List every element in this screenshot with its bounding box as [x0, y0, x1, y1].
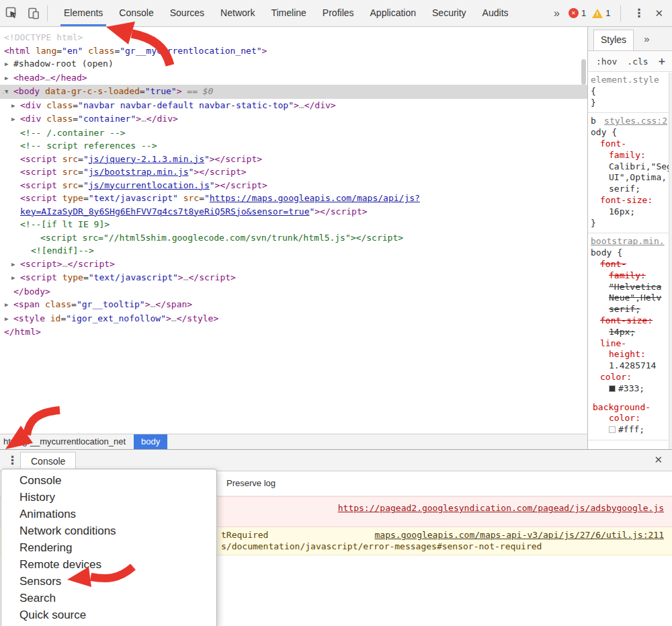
style-line[interactable]: color: — [588, 372, 672, 383]
style-line[interactable]: color: — [588, 413, 672, 424]
warning-badge[interactable]: ! 1 — [592, 8, 610, 18]
menu-item-console[interactable]: Console — [1, 472, 216, 489]
menu-item-rendering[interactable]: Rendering — [1, 539, 216, 556]
dom-node[interactable]: <![endif]--> — [0, 244, 587, 258]
collapsed-arrow-icon[interactable]: ▶ — [11, 258, 20, 272]
style-line[interactable]: font- — [588, 259, 672, 270]
style-line[interactable]: serif; — [588, 304, 672, 315]
collapsed-arrow-icon[interactable]: ▶ — [11, 100, 20, 113]
new-style-rule-button[interactable]: + — [659, 54, 665, 68]
style-line[interactable]: family: — [588, 150, 672, 161]
kebab-menu-icon[interactable]: ⋮ — [631, 6, 646, 20]
style-line[interactable]: bootstrap.min. — [588, 236, 672, 247]
style-line[interactable]: #333; — [588, 383, 672, 395]
style-line[interactable]: height: — [588, 349, 672, 360]
drawer-close-icon[interactable]: ✕ — [654, 454, 663, 466]
dom-node[interactable]: </body> — [0, 285, 587, 299]
collapsed-arrow-icon[interactable]: ▶ — [5, 299, 13, 312]
dom-node[interactable]: <script src="js/mycurrentlocation.js"></… — [0, 179, 587, 192]
style-line[interactable]: { — [588, 86, 672, 97]
styles-more-tabs-icon[interactable]: » — [644, 33, 649, 50]
dom-node[interactable]: ▶<div class="container">…</div> — [0, 112, 587, 126]
dom-node-selected[interactable]: ··▼<body data-gr-c-s-loaded="true"> == $… — [0, 85, 587, 99]
drawer-kebab-menu-icon[interactable]: ⋮ — [7, 453, 18, 467]
style-line[interactable]: UI",Optima, — [588, 172, 672, 184]
device-toolbar-icon[interactable] — [24, 5, 43, 22]
collapsed-arrow-icon[interactable]: ▶ — [5, 72, 13, 85]
dom-node[interactable]: <!-- script references --> — [0, 139, 587, 153]
dom-node[interactable]: ▶<script>…</script> — [0, 258, 587, 272]
dom-node[interactable]: <!-- /.container --> — [0, 126, 587, 140]
dom-node[interactable]: ▶<style id="igor_ext_nofollow">…</style> — [0, 312, 587, 326]
style-line[interactable]: background- — [588, 402, 672, 414]
menu-item-history[interactable]: History — [1, 489, 216, 506]
style-line[interactable]: 1.4285714 — [588, 360, 672, 372]
dom-node[interactable]: <html lang="en" class="gr__mycurrentloca… — [0, 44, 587, 58]
tab-console[interactable]: Console — [111, 0, 161, 26]
style-line[interactable]: "Helvetica — [588, 282, 672, 293]
dom-node[interactable]: <!--[if lt IE 9]> — [0, 218, 587, 231]
inspect-icon[interactable] — [3, 5, 22, 22]
collapsed-arrow-icon[interactable]: ▶ — [11, 113, 20, 126]
dom-node[interactable]: ▶<script type="text/javascript">…</scrip… — [0, 271, 587, 285]
more-tabs-icon[interactable]: » — [551, 7, 562, 19]
style-line[interactable]: element.style — [588, 75, 672, 86]
color-swatch-white[interactable] — [609, 426, 616, 433]
collapsed-arrow-icon[interactable]: ▶ — [5, 58, 13, 71]
styles-scrollbar[interactable] — [669, 73, 672, 449]
style-line[interactable]: Neue",Helv — [588, 292, 672, 304]
dom-node[interactable]: ▶#shadow-root (open) — [0, 57, 587, 71]
style-line[interactable]: } — [588, 97, 672, 109]
style-line[interactable]: } — [588, 218, 672, 229]
drawer-tab-console[interactable]: Console — [20, 452, 76, 471]
breadcrumb-html-node[interactable]: html.gr__mycurrentlocation_net — [0, 434, 126, 449]
menu-item-remote-devices[interactable]: Remote devices — [1, 556, 216, 573]
dom-node[interactable]: <script type="text/javascript" src="http… — [0, 192, 587, 205]
dom-node[interactable]: <script src="js/bootstrap.min.js"></scri… — [0, 165, 587, 179]
style-line[interactable]: family: — [588, 270, 672, 282]
dom-node[interactable]: <script src="js/jquery-2.1.3.min.js"></s… — [0, 153, 587, 166]
tab-profiles[interactable]: Profiles — [314, 0, 362, 26]
menu-item-search[interactable]: Search — [1, 590, 216, 607]
stylesheet-link[interactable]: styles.css:2 — [604, 116, 667, 127]
elements-scrollbar[interactable] — [581, 59, 586, 85]
style-line[interactable]: font- — [588, 139, 672, 150]
tab-styles[interactable]: Styles — [593, 30, 634, 50]
style-line[interactable]: font-size: — [588, 315, 672, 327]
style-line[interactable]: bstyles.css:2 — [588, 116, 672, 127]
error-badge[interactable]: ✕ 1 — [569, 8, 586, 18]
style-line[interactable]: 16px; — [588, 206, 672, 218]
close-icon[interactable]: ✕ — [653, 7, 665, 19]
breadcrumb-body-node[interactable]: body — [134, 434, 167, 449]
error-source-link[interactable]: https://pagead2.googlesyndication.com/pa… — [338, 503, 664, 513]
preserve-log-checkbox-label[interactable]: Preserve log — [226, 478, 276, 488]
tab-security[interactable]: Security — [424, 0, 474, 26]
style-line[interactable]: Calibri,"Segoe — [588, 161, 672, 173]
menu-item-animations[interactable]: Animations — [1, 506, 216, 522]
dom-node[interactable]: <!DOCTYPE html> — [0, 31, 587, 44]
menu-item-quick-source[interactable]: Quick source — [1, 607, 216, 623]
style-line[interactable]: serif; — [588, 184, 672, 195]
style-line[interactable]: line- — [588, 338, 672, 350]
style-line[interactable]: font-size: — [588, 195, 672, 206]
collapsed-arrow-icon[interactable]: ▶ — [5, 313, 13, 326]
style-line[interactable]: body { — [588, 247, 672, 259]
dom-node[interactable]: ▶<head>…</head> — [0, 71, 587, 85]
pseudo-state-toggle[interactable]: :hov — [596, 56, 617, 67]
dom-node[interactable]: ▶<div class="navbar navbar-default navba… — [0, 99, 587, 113]
menu-item-network-conditions[interactable]: Network conditions — [1, 522, 216, 539]
dom-node[interactable]: </html> — [0, 325, 587, 339]
tab-timeline[interactable]: Timeline — [263, 0, 314, 26]
warning-source-link[interactable]: maps.googleapis.com/maps-api-v3/api/js/2… — [375, 530, 664, 540]
tab-sources[interactable]: Sources — [162, 0, 212, 26]
menu-item-sensors[interactable]: Sensors — [1, 573, 216, 590]
dom-node[interactable]: <script src="//html5shim.googlecode.com/… — [0, 231, 587, 245]
tab-audits[interactable]: Audits — [474, 0, 517, 26]
tab-network[interactable]: Network — [212, 0, 263, 26]
dom-node[interactable]: ▶<span class="gr__tooltip">…</span> — [0, 298, 587, 312]
dom-node[interactable]: key=AIzaSyDR_8y6SHg6EhFVV7q4cs7t8yeRiQ5R… — [0, 205, 587, 219]
style-line[interactable]: 14px; — [588, 327, 672, 338]
element-class-toggle[interactable]: .cls — [627, 56, 648, 67]
tab-elements[interactable]: Elements — [56, 0, 111, 26]
style-line[interactable]: #fff; — [588, 424, 672, 436]
